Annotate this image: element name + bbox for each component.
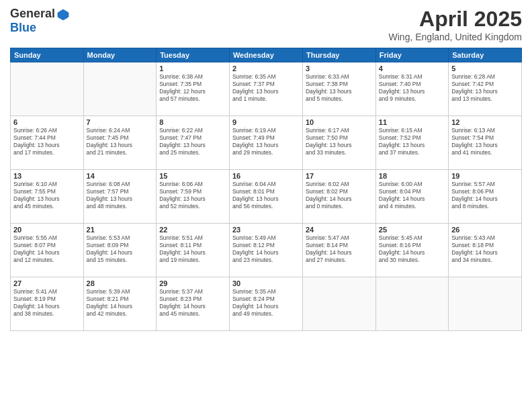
calendar-cell: 30Sunrise: 5:35 AMSunset: 8:24 PMDayligh… (229, 277, 302, 331)
day-info: Sunrise: 6:24 AMSunset: 7:45 PMDaylight:… (87, 127, 154, 156)
day-number: 3 (306, 64, 373, 73)
calendar-cell: 15Sunrise: 6:06 AMSunset: 7:59 PMDayligh… (157, 170, 230, 224)
day-number: 16 (232, 172, 300, 180)
logo-text: General Blue (10, 7, 70, 35)
calendar-cell: 23Sunrise: 5:49 AMSunset: 8:12 PMDayligh… (229, 224, 302, 277)
page: General Blue April 2025 Wing, England, U… (0, 0, 532, 411)
header-sunday: Sunday (11, 48, 84, 62)
calendar-cell: 18Sunrise: 6:00 AMSunset: 8:04 PMDayligh… (375, 170, 448, 224)
header: General Blue April 2025 Wing, England, U… (10, 7, 522, 42)
day-number: 26 (451, 226, 519, 234)
calendar-cell: 22Sunrise: 5:51 AMSunset: 8:11 PMDayligh… (157, 224, 230, 277)
header-wednesday: Wednesday (229, 48, 302, 62)
header-tuesday: Tuesday (157, 48, 230, 62)
calendar-cell: 21Sunrise: 5:53 AMSunset: 8:09 PMDayligh… (83, 224, 157, 277)
calendar-cell (302, 277, 375, 331)
logo-general: General (10, 7, 55, 21)
calendar-cell (375, 277, 448, 331)
calendar-cell: 4Sunrise: 6:31 AMSunset: 7:40 PMDaylight… (375, 62, 448, 116)
calendar-week-4: 20Sunrise: 5:55 AMSunset: 8:07 PMDayligh… (11, 224, 522, 277)
day-info: Sunrise: 6:15 AMSunset: 7:52 PMDaylight:… (379, 127, 445, 156)
day-info: Sunrise: 5:43 AMSunset: 8:18 PMDaylight:… (451, 234, 519, 264)
calendar-cell: 28Sunrise: 5:39 AMSunset: 8:21 PMDayligh… (83, 277, 157, 331)
header-monday: Monday (83, 48, 157, 62)
calendar-cell: 14Sunrise: 6:08 AMSunset: 7:57 PMDayligh… (83, 170, 157, 224)
day-number: 13 (13, 172, 81, 180)
calendar-cell: 13Sunrise: 6:10 AMSunset: 7:55 PMDayligh… (11, 170, 84, 224)
day-number: 25 (379, 226, 445, 234)
day-number: 8 (159, 118, 226, 126)
title-section: April 2025 Wing, England, United Kingdom (389, 7, 522, 42)
day-number: 2 (232, 64, 300, 73)
day-info: Sunrise: 5:45 AMSunset: 8:16 PMDaylight:… (379, 234, 445, 264)
calendar-week-3: 13Sunrise: 6:10 AMSunset: 7:55 PMDayligh… (11, 170, 522, 224)
day-number: 22 (159, 226, 226, 234)
calendar-cell: 26Sunrise: 5:43 AMSunset: 8:18 PMDayligh… (449, 224, 522, 277)
day-info: Sunrise: 5:49 AMSunset: 8:12 PMDaylight:… (232, 234, 300, 264)
day-info: Sunrise: 6:26 AMSunset: 7:44 PMDaylight:… (13, 127, 81, 156)
day-number: 12 (451, 118, 519, 126)
header-friday: Friday (375, 48, 448, 62)
day-number: 24 (306, 226, 373, 234)
calendar-cell (449, 277, 522, 331)
calendar: Sunday Monday Tuesday Wednesday Thursday… (10, 48, 522, 331)
calendar-cell: 6Sunrise: 6:26 AMSunset: 7:44 PMDaylight… (11, 116, 84, 170)
day-number: 19 (451, 172, 519, 180)
calendar-cell: 1Sunrise: 6:38 AMSunset: 7:35 PMDaylight… (157, 62, 230, 116)
day-number: 11 (379, 118, 445, 126)
day-number: 23 (232, 226, 300, 234)
calendar-cell: 7Sunrise: 6:24 AMSunset: 7:45 PMDaylight… (83, 116, 157, 170)
day-info: Sunrise: 6:04 AMSunset: 8:01 PMDaylight:… (232, 181, 300, 210)
day-info: Sunrise: 5:55 AMSunset: 8:07 PMDaylight:… (13, 234, 81, 264)
day-info: Sunrise: 5:53 AMSunset: 8:09 PMDaylight:… (87, 234, 154, 264)
day-info: Sunrise: 6:28 AMSunset: 7:42 PMDaylight:… (451, 73, 519, 103)
calendar-cell: 5Sunrise: 6:28 AMSunset: 7:42 PMDaylight… (449, 62, 522, 116)
calendar-cell: 3Sunrise: 6:33 AMSunset: 7:38 PMDaylight… (302, 62, 375, 116)
day-number: 28 (87, 279, 154, 287)
day-info: Sunrise: 6:31 AMSunset: 7:40 PMDaylight:… (379, 73, 445, 103)
calendar-cell: 8Sunrise: 6:22 AMSunset: 7:47 PMDaylight… (157, 116, 230, 170)
location: Wing, England, United Kingdom (389, 32, 522, 42)
day-info: Sunrise: 5:39 AMSunset: 8:21 PMDaylight:… (87, 288, 154, 318)
day-number: 27 (13, 279, 81, 287)
day-info: Sunrise: 5:47 AMSunset: 8:14 PMDaylight:… (306, 234, 373, 264)
day-info: Sunrise: 6:06 AMSunset: 7:59 PMDaylight:… (159, 181, 226, 210)
day-info: Sunrise: 5:35 AMSunset: 8:24 PMDaylight:… (232, 288, 300, 318)
day-info: Sunrise: 6:08 AMSunset: 7:57 PMDaylight:… (87, 181, 154, 210)
day-number: 10 (306, 118, 373, 126)
calendar-cell: 12Sunrise: 6:13 AMSunset: 7:54 PMDayligh… (449, 116, 522, 170)
calendar-cell: 19Sunrise: 5:57 AMSunset: 8:06 PMDayligh… (449, 170, 522, 224)
calendar-cell: 24Sunrise: 5:47 AMSunset: 8:14 PMDayligh… (302, 224, 375, 277)
calendar-cell: 10Sunrise: 6:17 AMSunset: 7:50 PMDayligh… (302, 116, 375, 170)
day-info: Sunrise: 6:19 AMSunset: 7:49 PMDaylight:… (232, 127, 300, 156)
day-number: 20 (13, 226, 81, 234)
calendar-cell (11, 62, 84, 116)
month-year: April 2025 (389, 7, 522, 32)
day-number: 14 (87, 172, 154, 180)
day-info: Sunrise: 5:41 AMSunset: 8:19 PMDaylight:… (13, 288, 81, 318)
logo: General Blue (10, 7, 70, 35)
day-info: Sunrise: 6:00 AMSunset: 8:04 PMDaylight:… (379, 181, 445, 210)
day-info: Sunrise: 6:13 AMSunset: 7:54 PMDaylight:… (451, 127, 519, 156)
calendar-week-2: 6Sunrise: 6:26 AMSunset: 7:44 PMDaylight… (11, 116, 522, 170)
day-info: Sunrise: 5:51 AMSunset: 8:11 PMDaylight:… (159, 234, 226, 264)
day-number: 6 (13, 118, 81, 126)
day-info: Sunrise: 6:35 AMSunset: 7:37 PMDaylight:… (232, 73, 300, 103)
calendar-cell: 2Sunrise: 6:35 AMSunset: 7:37 PMDaylight… (229, 62, 302, 116)
calendar-cell: 25Sunrise: 5:45 AMSunset: 8:16 PMDayligh… (375, 224, 448, 277)
calendar-cell (83, 62, 157, 116)
calendar-cell: 20Sunrise: 5:55 AMSunset: 8:07 PMDayligh… (11, 224, 84, 277)
calendar-week-1: 1Sunrise: 6:38 AMSunset: 7:35 PMDaylight… (11, 62, 522, 116)
day-number: 29 (159, 279, 226, 287)
day-info: Sunrise: 6:17 AMSunset: 7:50 PMDaylight:… (306, 127, 373, 156)
day-number: 21 (87, 226, 154, 234)
calendar-cell: 9Sunrise: 6:19 AMSunset: 7:49 PMDaylight… (229, 116, 302, 170)
day-number: 17 (306, 172, 373, 180)
day-number: 1 (159, 64, 226, 73)
logo-blue: Blue (10, 21, 70, 35)
weekday-header-row: Sunday Monday Tuesday Wednesday Thursday… (11, 48, 522, 62)
day-info: Sunrise: 6:33 AMSunset: 7:38 PMDaylight:… (306, 73, 373, 103)
day-info: Sunrise: 6:22 AMSunset: 7:47 PMDaylight:… (159, 127, 226, 156)
day-number: 18 (379, 172, 445, 180)
calendar-cell: 16Sunrise: 6:04 AMSunset: 8:01 PMDayligh… (229, 170, 302, 224)
